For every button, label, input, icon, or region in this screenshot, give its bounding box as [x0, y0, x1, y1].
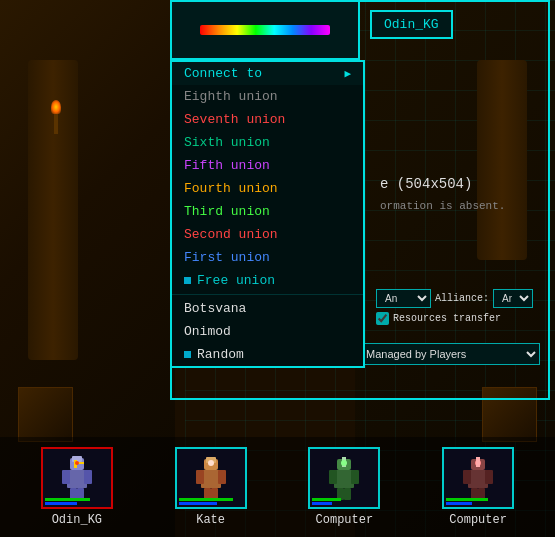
resources-checkbox[interactable]	[376, 312, 389, 325]
menu-item-second-union[interactable]: Second union	[172, 223, 363, 246]
health-bar-kate	[179, 498, 233, 501]
torch-body	[54, 114, 58, 134]
connect-arrow-icon: ▶	[344, 67, 351, 80]
seventh-union-label: Seventh union	[184, 112, 285, 127]
player-name-computer2: Computer	[449, 513, 507, 527]
eighth-union-label: Eighth union	[184, 89, 278, 104]
health-bars-kate	[179, 498, 243, 505]
top-bar	[170, 0, 360, 60]
svg-rect-4	[84, 470, 92, 484]
botsvana-label: Botsvana	[184, 301, 246, 316]
cube-decoration-left	[18, 387, 73, 442]
svg-rect-29	[485, 470, 493, 484]
svg-rect-33	[476, 457, 480, 467]
knight-sprite-odin	[52, 453, 102, 503]
menu-item-eighth-union[interactable]: Eighth union	[172, 85, 363, 108]
menu-item-first-union[interactable]: First union	[172, 246, 363, 269]
svg-rect-21	[351, 470, 359, 484]
svg-rect-3	[62, 470, 70, 484]
random-bullet-icon	[184, 351, 191, 358]
player-slot-odin-kg: Odin_KG	[41, 447, 113, 527]
player-avatar-computer2[interactable]	[442, 447, 514, 509]
second-union-label: Second union	[184, 227, 278, 242]
first-union-label: First union	[184, 250, 270, 265]
menu-item-seventh-union[interactable]: Seventh union	[172, 108, 363, 131]
third-union-label: Third union	[184, 204, 270, 219]
health-bars-comp2	[446, 498, 510, 505]
alliance-label: Alliance:	[435, 293, 489, 304]
mana-bar-kate	[179, 502, 217, 505]
svg-rect-28	[463, 470, 471, 484]
managed-select[interactable]: Managed by Players Managed by AI	[355, 343, 540, 365]
knight-sprite-comp1	[319, 453, 369, 503]
alliance-select[interactable]: An Al No	[376, 289, 431, 308]
sixth-union-label: Sixth union	[184, 135, 270, 150]
map-size-info: e (504x504)	[370, 170, 482, 198]
fourth-union-label: Fourth union	[184, 181, 278, 196]
map-size-label: e (504x504)	[380, 176, 472, 192]
mana-bar-odin	[45, 502, 77, 505]
map-info-sub: ormation is absent.	[370, 200, 515, 212]
player-avatar-computer1[interactable]	[308, 447, 380, 509]
random-label: Random	[197, 347, 244, 362]
menu-item-random[interactable]: Random	[172, 343, 363, 366]
health-bar-comp2	[446, 498, 488, 501]
mana-bar-comp1	[312, 502, 331, 505]
menu-item-fifth-union[interactable]: Fifth union	[172, 154, 363, 177]
free-union-bullet-icon	[184, 277, 191, 284]
player-avatar-kate[interactable]	[175, 447, 247, 509]
svg-point-9	[75, 461, 79, 465]
rainbow-bar	[200, 25, 330, 35]
player-name-label: Odin_KG	[384, 17, 439, 32]
torch-flame	[51, 100, 61, 114]
player-slot-computer2: Computer	[442, 447, 514, 527]
dropdown-menu: Connect to ▶ Eighth union Seventh union …	[170, 60, 365, 368]
mana-bar-comp2	[446, 502, 472, 505]
resources-label: Resources transfer	[393, 313, 501, 324]
alliance-value-select[interactable]: An	[493, 289, 533, 308]
player-slot-kate: Kate	[175, 447, 247, 527]
health-bars-odin	[45, 498, 109, 505]
svg-point-17	[208, 460, 214, 466]
player-avatar-odin-kg[interactable]	[41, 447, 113, 509]
map-absent-label: ormation is absent.	[380, 200, 505, 212]
menu-item-fourth-union[interactable]: Fourth union	[172, 177, 363, 200]
menu-item-free-union[interactable]: Free union	[172, 269, 363, 292]
menu-item-third-union[interactable]: Third union	[172, 200, 363, 223]
svg-rect-13	[196, 470, 204, 484]
menu-separator	[172, 294, 363, 295]
health-bars-comp1	[312, 498, 376, 505]
onimod-label: Onimod	[184, 324, 231, 339]
health-bar-odin	[45, 498, 90, 501]
knight-sprite-kate	[186, 453, 236, 503]
free-union-label: Free union	[197, 273, 275, 288]
managed-row: Managed by Players Managed by AI	[355, 343, 555, 365]
player-slots: Odin_KG Kate	[0, 437, 555, 537]
connect-to-label: Connect to	[184, 66, 262, 81]
player-name-odin: Odin_KG	[52, 513, 102, 527]
svg-point-25	[341, 460, 347, 466]
menu-item-sixth-union[interactable]: Sixth union	[172, 131, 363, 154]
svg-rect-20	[329, 470, 337, 484]
resources-row: Resources transfer	[370, 308, 555, 329]
knight-sprite-comp2	[453, 453, 503, 503]
menu-item-botsvana[interactable]: Botsvana	[172, 297, 363, 320]
connect-to-item[interactable]: Connect to ▶	[172, 62, 363, 85]
player-name-box: Odin_KG	[370, 10, 453, 39]
health-bar-comp1	[312, 498, 341, 501]
player-slot-computer1: Computer	[308, 447, 380, 527]
player-name-computer1: Computer	[316, 513, 374, 527]
fifth-union-label: Fifth union	[184, 158, 270, 173]
player-name-kate: Kate	[196, 513, 225, 527]
menu-item-onimod[interactable]: Onimod	[172, 320, 363, 343]
svg-rect-14	[218, 470, 226, 484]
torch-left	[48, 100, 64, 140]
